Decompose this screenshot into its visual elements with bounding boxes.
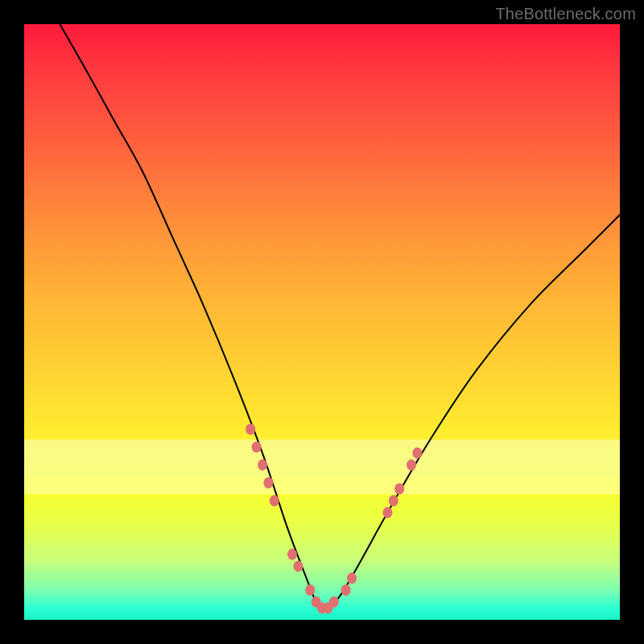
highlight-band-wide (24, 440, 620, 477)
curve-marker (341, 584, 351, 596)
curve-marker (287, 549, 297, 560)
curve-marker (412, 448, 422, 459)
watermark-text: TheBottleneck.com (495, 5, 636, 23)
curve-marker (389, 495, 398, 506)
curve-marker (407, 460, 416, 471)
curve-marker (252, 441, 262, 452)
curve-marker (305, 584, 315, 596)
curve-marker (347, 572, 357, 584)
curve-marker (394, 483, 404, 494)
chart-area (24, 24, 620, 620)
highlight-band-narrow (24, 477, 620, 494)
curve-marker (293, 560, 303, 572)
curve-marker (382, 507, 392, 518)
curve-marker (258, 460, 267, 471)
bottleneck-curve-plot (24, 24, 620, 620)
curve-marker (270, 495, 279, 506)
curve-marker (263, 477, 273, 489)
curve-marker (246, 423, 255, 435)
curve-marker (329, 597, 339, 608)
bottleneck-curve (60, 24, 620, 609)
